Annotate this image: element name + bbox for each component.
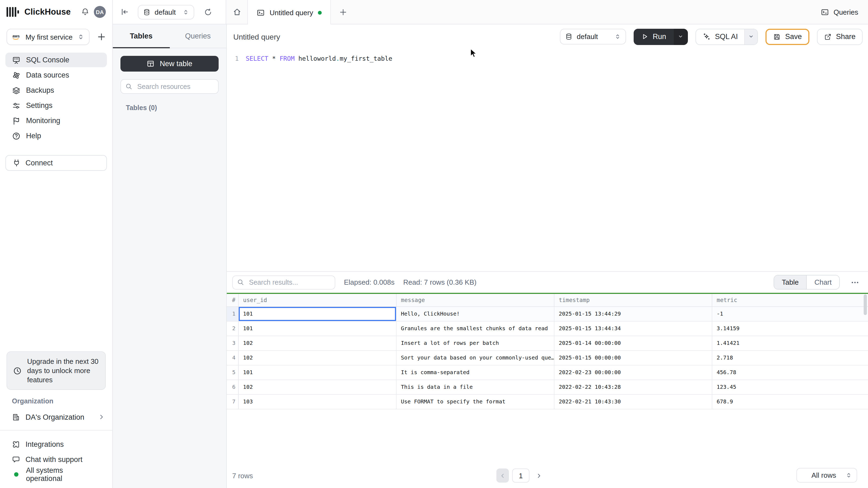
organization-row[interactable]: DA's Organization [0,410,112,425]
share-button[interactable]: Share [817,29,863,45]
sidebar-item-chat-support[interactable]: Chat with support [0,452,112,466]
table-cell[interactable]: Hello, ClickHouse! [397,307,554,322]
chevron-updown-icon [78,34,84,40]
upgrade-notice[interactable]: Upgrade in the next 30 days to unlock mo… [6,351,106,390]
table-cell[interactable]: Sort your data based on your commonly-us… [397,351,554,365]
table-cell[interactable]: -1 [712,307,868,322]
table-cell[interactable]: 102 [239,336,397,351]
sidebar-item-backups[interactable]: Backups [5,83,107,98]
table-cell[interactable]: 2025-01-15 13:44:34 [554,322,712,336]
results-search-input[interactable] [248,278,330,287]
plug-icon [12,159,21,167]
sidebar-item-settings[interactable]: Settings [5,98,107,113]
row-number-cell: 4 [227,351,239,365]
resource-search-input[interactable] [136,82,214,91]
column-header[interactable]: user_id [239,294,397,307]
next-page-button[interactable] [533,468,545,483]
sql-text: helloworld [294,55,336,62]
table-cell[interactable]: 2022-02-22 10:43:28 [554,380,712,395]
collapse-sidebar-button[interactable] [120,8,129,16]
save-button[interactable]: Save [766,29,809,45]
table-cell[interactable]: 2025-01-14 00:00:00 [554,336,712,351]
table-cell[interactable]: Use FORMAT to specify the format [397,395,554,410]
page-size-selector[interactable]: All rows [796,468,857,483]
table-cell[interactable]: 101 [239,365,397,380]
current-page-button[interactable]: 1 [512,468,529,483]
data-sources-icon [12,71,21,79]
connect-label: Connect [26,159,53,167]
sidebar-item-help[interactable]: Help [5,129,107,143]
home-button[interactable] [226,0,248,24]
table-cell[interactable]: 101 [239,307,397,322]
tab-bar: Untitled query Queries [226,0,868,24]
avatar[interactable]: DA [94,6,106,18]
add-service-button[interactable] [97,33,106,41]
tab-tables[interactable]: Tables [113,24,169,48]
table-cell[interactable]: 102 [239,380,397,395]
tables-count-label: Tables (0) [126,104,226,112]
table-cell[interactable]: 2022-02-21 10:43:30 [554,395,712,410]
play-icon [641,33,648,40]
new-table-button[interactable]: New table [120,56,219,72]
query-database-selector[interactable]: default [560,29,626,44]
notifications-bell-icon[interactable] [81,8,90,16]
query-title: Untitled query [233,32,552,41]
new-tab-button[interactable] [331,0,355,24]
table-cell[interactable]: It is comma-separated [397,365,554,380]
prev-page-button[interactable] [496,468,509,483]
table-cell[interactable]: 2.718 [712,351,868,365]
column-header[interactable]: timestamp [554,294,712,307]
table-cell[interactable]: 1.41421 [712,336,868,351]
run-options-button[interactable] [674,29,688,45]
table-cell[interactable]: 102 [239,351,397,365]
table-cell[interactable]: 3.14159 [712,322,868,336]
table-cell[interactable]: 678.9 [712,395,868,410]
tab-label: Untitled query [270,8,313,17]
toggle-table-view[interactable]: Table [774,275,807,289]
system-status-row[interactable]: All systems operational [0,467,112,482]
column-header[interactable]: message [397,294,554,307]
service-selector[interactable]: aws My first service [6,29,90,45]
sidebar-item-data-sources[interactable]: Data sources [5,68,107,83]
table-row: 3102Insert a lot of rows per batch2025-0… [227,336,868,351]
table-cell[interactable]: 2025-01-15 00:00:00 [554,351,712,365]
chevron-updown-icon [183,9,189,15]
more-options-button[interactable] [848,278,862,287]
row-number-cell: 5 [227,365,239,380]
table-cell[interactable]: 123.45 [712,380,868,395]
database-selector[interactable]: default [138,5,194,19]
sidebar-item-monitoring[interactable]: Monitoring [5,113,107,128]
refresh-button[interactable] [204,8,212,16]
sidebar-item-integrations[interactable]: Integrations [0,437,112,451]
results-toolbar: Elapsed: 0.008s Read: 7 rows (0.36 KB) T… [227,272,868,293]
table-cell[interactable]: 101 [239,322,397,336]
sidebar-item-label: Backups [26,86,54,94]
chat-bubble-icon [12,455,20,463]
table-cell[interactable]: 456.78 [712,365,868,380]
sql-ai-options-button[interactable] [744,29,757,44]
tab-untitled-query[interactable]: Untitled query [248,0,331,25]
row-number-cell: 1 [227,307,239,322]
toggle-chart-view[interactable]: Chart [807,275,839,289]
results-table-header: #user_idmessagetimestampmetric [227,293,868,307]
footer-item-label: Chat with support [26,455,83,463]
sql-ai-button[interactable]: SQL AI [696,29,745,44]
code-line: 1 SELECT * FROM helloworld.my_first_tabl… [227,54,868,63]
table-cell[interactable]: Insert a lot of rows per batch [397,336,554,351]
tab-queries[interactable]: Queries [169,24,226,48]
row-number-cell: 7 [227,395,239,410]
run-button[interactable]: Run [633,29,674,45]
connect-button[interactable]: Connect [5,155,107,171]
queries-button[interactable]: Queries [811,0,868,24]
table-cell[interactable]: This is data in a file [397,380,554,395]
sidebar-item-sql-console[interactable]: SQL Console [5,53,107,67]
table-cell[interactable]: 103 [239,395,397,410]
column-header[interactable]: metric [712,294,868,307]
sql-editor[interactable]: 1 SELECT * FROM helloworld.my_first_tabl… [227,49,868,271]
panel-tabs: Tables Queries [113,24,226,48]
results-footer: 7 rows 1 All rows [227,463,868,488]
table-cell[interactable]: 2025-01-15 13:44:29 [554,307,712,322]
results-scrollbar[interactable] [864,294,867,315]
table-cell[interactable]: Granules are the smallest chunks of data… [397,322,554,336]
table-cell[interactable]: 2022-02-23 00:00:00 [554,365,712,380]
